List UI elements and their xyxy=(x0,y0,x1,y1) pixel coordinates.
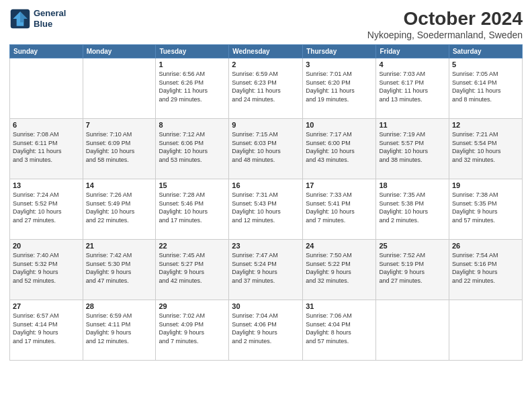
col-header-friday: Friday xyxy=(376,45,449,58)
day-info: Sunrise: 7:03 AM Sunset: 6:17 PM Dayligh… xyxy=(379,70,445,103)
day-info: Sunrise: 7:02 AM Sunset: 4:09 PM Dayligh… xyxy=(159,312,226,345)
day-info: Sunrise: 7:31 AM Sunset: 5:43 PM Dayligh… xyxy=(232,191,300,224)
col-header-tuesday: Tuesday xyxy=(156,45,229,58)
day-cell: 27Sunrise: 6:57 AM Sunset: 4:14 PM Dayli… xyxy=(10,300,83,361)
day-cell: 2Sunrise: 6:59 AM Sunset: 6:23 PM Daylig… xyxy=(229,58,303,119)
day-number: 8 xyxy=(159,121,226,129)
day-info: Sunrise: 7:04 AM Sunset: 4:06 PM Dayligh… xyxy=(232,312,300,345)
day-info: Sunrise: 7:10 AM Sunset: 6:09 PM Dayligh… xyxy=(86,130,153,164)
col-header-wednesday: Wednesday xyxy=(229,45,303,58)
day-cell: 31Sunrise: 7:06 AM Sunset: 4:04 PM Dayli… xyxy=(303,300,376,361)
day-number: 22 xyxy=(159,242,226,250)
logo: General Blue xyxy=(9,8,66,30)
day-number: 9 xyxy=(232,121,300,129)
day-number: 29 xyxy=(159,302,226,310)
day-cell: 15Sunrise: 7:28 AM Sunset: 5:46 PM Dayli… xyxy=(156,179,229,240)
day-info: Sunrise: 7:17 AM Sunset: 6:00 PM Dayligh… xyxy=(306,130,373,164)
day-info: Sunrise: 7:45 AM Sunset: 5:27 PM Dayligh… xyxy=(159,251,226,285)
day-number: 14 xyxy=(86,181,153,189)
day-info: Sunrise: 7:19 AM Sunset: 5:57 PM Dayligh… xyxy=(379,130,445,164)
day-info: Sunrise: 7:28 AM Sunset: 5:46 PM Dayligh… xyxy=(159,191,226,224)
day-info: Sunrise: 7:33 AM Sunset: 5:41 PM Dayligh… xyxy=(306,191,373,224)
week-row-1: 1Sunrise: 6:56 AM Sunset: 6:26 PM Daylig… xyxy=(10,58,523,119)
week-row-4: 20Sunrise: 7:40 AM Sunset: 5:32 PM Dayli… xyxy=(10,240,523,300)
day-info: Sunrise: 7:21 AM Sunset: 5:54 PM Dayligh… xyxy=(452,130,519,164)
day-cell: 18Sunrise: 7:35 AM Sunset: 5:38 PM Dayli… xyxy=(376,179,449,240)
day-info: Sunrise: 7:12 AM Sunset: 6:06 PM Dayligh… xyxy=(159,130,226,164)
day-cell: 13Sunrise: 7:24 AM Sunset: 5:52 PM Dayli… xyxy=(10,179,83,240)
day-cell: 10Sunrise: 7:17 AM Sunset: 6:00 PM Dayli… xyxy=(303,119,376,179)
day-number: 3 xyxy=(306,60,373,68)
day-cell: 9Sunrise: 7:15 AM Sunset: 6:03 PM Daylig… xyxy=(229,119,303,179)
day-info: Sunrise: 7:24 AM Sunset: 5:52 PM Dayligh… xyxy=(13,191,80,224)
day-info: Sunrise: 7:01 AM Sunset: 6:20 PM Dayligh… xyxy=(306,70,373,103)
day-cell xyxy=(10,58,83,119)
day-cell: 24Sunrise: 7:50 AM Sunset: 5:22 PM Dayli… xyxy=(303,240,376,300)
day-number: 12 xyxy=(452,121,519,129)
day-info: Sunrise: 7:54 AM Sunset: 5:16 PM Dayligh… xyxy=(452,251,519,285)
day-cell: 16Sunrise: 7:31 AM Sunset: 5:43 PM Dayli… xyxy=(229,179,303,240)
day-number: 1 xyxy=(159,60,226,68)
day-info: Sunrise: 6:56 AM Sunset: 6:26 PM Dayligh… xyxy=(159,70,226,103)
day-cell: 5Sunrise: 7:05 AM Sunset: 6:14 PM Daylig… xyxy=(449,58,522,119)
day-cell: 7Sunrise: 7:10 AM Sunset: 6:09 PM Daylig… xyxy=(83,119,156,179)
day-number: 21 xyxy=(86,242,153,250)
day-info: Sunrise: 7:26 AM Sunset: 5:49 PM Dayligh… xyxy=(86,191,153,224)
day-number: 19 xyxy=(452,181,519,189)
day-info: Sunrise: 7:15 AM Sunset: 6:03 PM Dayligh… xyxy=(232,130,300,164)
day-number: 15 xyxy=(159,181,226,189)
day-info: Sunrise: 7:50 AM Sunset: 5:22 PM Dayligh… xyxy=(306,251,373,285)
col-header-sunday: Sunday xyxy=(10,45,83,58)
main-title: October 2024 xyxy=(367,8,523,30)
day-cell: 30Sunrise: 7:04 AM Sunset: 4:06 PM Dayli… xyxy=(229,300,303,361)
day-cell: 19Sunrise: 7:38 AM Sunset: 5:35 PM Dayli… xyxy=(449,179,522,240)
day-number: 2 xyxy=(232,60,300,68)
logo-icon xyxy=(9,8,31,30)
day-cell: 22Sunrise: 7:45 AM Sunset: 5:27 PM Dayli… xyxy=(156,240,229,300)
day-info: Sunrise: 7:35 AM Sunset: 5:38 PM Dayligh… xyxy=(379,191,445,224)
title-block: October 2024 Nykoeping, Soedermanland, S… xyxy=(367,8,523,40)
day-number: 4 xyxy=(379,60,445,68)
week-row-3: 13Sunrise: 7:24 AM Sunset: 5:52 PM Dayli… xyxy=(10,179,523,240)
day-number: 26 xyxy=(452,242,519,250)
calendar-table: SundayMondayTuesdayWednesdayThursdayFrid… xyxy=(9,44,523,361)
day-number: 16 xyxy=(232,181,300,189)
day-cell: 14Sunrise: 7:26 AM Sunset: 5:49 PM Dayli… xyxy=(83,179,156,240)
day-cell xyxy=(83,58,156,119)
day-info: Sunrise: 6:59 AM Sunset: 4:11 PM Dayligh… xyxy=(86,312,153,345)
day-cell xyxy=(449,300,522,361)
day-number: 7 xyxy=(86,121,153,129)
day-info: Sunrise: 7:06 AM Sunset: 4:04 PM Dayligh… xyxy=(306,312,373,345)
day-number: 18 xyxy=(379,181,445,189)
day-number: 30 xyxy=(232,302,300,310)
day-cell: 23Sunrise: 7:47 AM Sunset: 5:24 PM Dayli… xyxy=(229,240,303,300)
day-number: 10 xyxy=(306,121,373,129)
calendar-header-row: SundayMondayTuesdayWednesdayThursdayFrid… xyxy=(10,45,523,58)
day-info: Sunrise: 7:08 AM Sunset: 6:11 PM Dayligh… xyxy=(13,130,80,164)
day-info: Sunrise: 7:42 AM Sunset: 5:30 PM Dayligh… xyxy=(86,251,153,285)
day-cell: 17Sunrise: 7:33 AM Sunset: 5:41 PM Dayli… xyxy=(303,179,376,240)
day-number: 24 xyxy=(306,242,373,250)
day-info: Sunrise: 7:05 AM Sunset: 6:14 PM Dayligh… xyxy=(452,70,519,103)
day-cell: 12Sunrise: 7:21 AM Sunset: 5:54 PM Dayli… xyxy=(449,119,522,179)
logo-text: General Blue xyxy=(34,8,66,29)
day-cell: 26Sunrise: 7:54 AM Sunset: 5:16 PM Dayli… xyxy=(449,240,522,300)
day-cell: 1Sunrise: 6:56 AM Sunset: 6:26 PM Daylig… xyxy=(156,58,229,119)
week-row-2: 6Sunrise: 7:08 AM Sunset: 6:11 PM Daylig… xyxy=(10,119,523,179)
page: General Blue October 2024 Nykoeping, Soe… xyxy=(0,0,532,411)
day-info: Sunrise: 6:59 AM Sunset: 6:23 PM Dayligh… xyxy=(232,70,300,103)
day-cell: 20Sunrise: 7:40 AM Sunset: 5:32 PM Dayli… xyxy=(10,240,83,300)
day-cell: 4Sunrise: 7:03 AM Sunset: 6:17 PM Daylig… xyxy=(376,58,449,119)
day-number: 6 xyxy=(13,121,80,129)
day-cell: 28Sunrise: 6:59 AM Sunset: 4:11 PM Dayli… xyxy=(83,300,156,361)
day-cell: 8Sunrise: 7:12 AM Sunset: 6:06 PM Daylig… xyxy=(156,119,229,179)
day-cell: 6Sunrise: 7:08 AM Sunset: 6:11 PM Daylig… xyxy=(10,119,83,179)
day-info: Sunrise: 7:40 AM Sunset: 5:32 PM Dayligh… xyxy=(13,251,80,285)
day-cell xyxy=(376,300,449,361)
week-row-5: 27Sunrise: 6:57 AM Sunset: 4:14 PM Dayli… xyxy=(10,300,523,361)
day-number: 25 xyxy=(379,242,445,250)
day-number: 13 xyxy=(13,181,80,189)
day-cell: 3Sunrise: 7:01 AM Sunset: 6:20 PM Daylig… xyxy=(303,58,376,119)
header: General Blue October 2024 Nykoeping, Soe… xyxy=(9,8,523,40)
day-number: 11 xyxy=(379,121,445,129)
